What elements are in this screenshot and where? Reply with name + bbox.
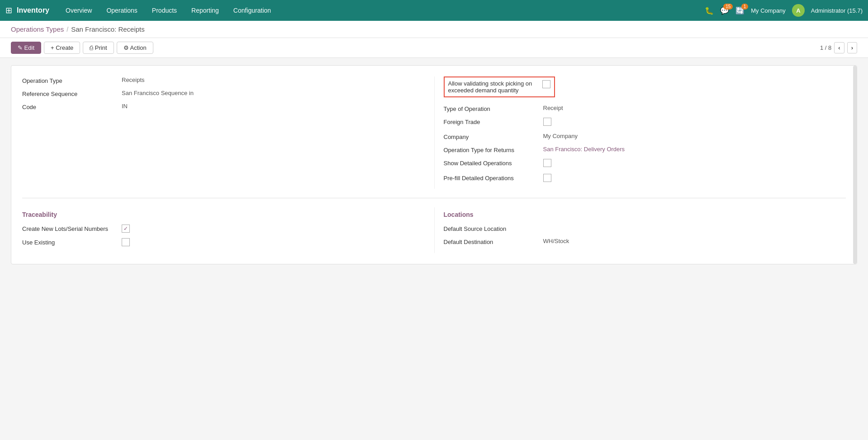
field-use-existing: Use Existing: [22, 238, 416, 248]
field-operation-type-returns: Operation Type for Returns San Francisco…: [444, 146, 846, 153]
section-divider: [22, 198, 846, 198]
print-button[interactable]: ⎙ Print: [83, 42, 114, 54]
avatar[interactable]: A: [792, 4, 805, 17]
field-prefill-ops: Pre-fill Detailed Operations: [444, 174, 846, 183]
menu-products[interactable]: Products: [145, 0, 184, 21]
prev-record-button[interactable]: ‹: [834, 42, 844, 53]
allow-validating-checkbox[interactable]: [542, 80, 550, 88]
field-company: Company My Company: [444, 133, 846, 140]
form-columns: Operation Type Receipts Reference Sequen…: [22, 77, 846, 189]
show-detailed-ops-value: [543, 159, 846, 168]
traceability-column: Traceability Create New Lots/Serial Numb…: [22, 207, 434, 253]
code-label: Code: [22, 103, 122, 110]
foreign-trade-checkbox[interactable]: [543, 118, 551, 126]
locations-column: Locations Default Source Location Defaul…: [434, 207, 846, 253]
foreign-trade-value: [543, 118, 846, 127]
checkmark-icon: ✓: [123, 225, 128, 232]
field-default-destination: Default Destination WH/Stock: [444, 238, 846, 245]
operation-type-value: Receipts: [122, 77, 416, 83]
menu-operations[interactable]: Operations: [99, 0, 144, 21]
updates-icon[interactable]: 🔄 1: [735, 6, 745, 15]
updates-badge: 1: [741, 4, 749, 10]
traceability-header: Traceability: [22, 211, 416, 218]
operation-type-returns-value[interactable]: San Francisco: Delivery Orders: [543, 146, 846, 153]
type-of-operation-value: Receipt: [543, 105, 846, 111]
menu-configuration[interactable]: Configuration: [226, 0, 278, 21]
reference-sequence-value: San Francisco Sequence in: [122, 90, 416, 96]
use-existing-checkbox[interactable]: [122, 238, 130, 246]
field-show-detailed-ops: Show Detailed Operations: [444, 159, 846, 168]
type-of-operation-label: Type of Operation: [444, 105, 543, 112]
pagination-display: 1 / 8: [820, 44, 831, 51]
field-create-lots: Create New Lots/Serial Numbers ✓: [22, 225, 416, 233]
topnav-right: 🐛 💬 15 🔄 1 My Company A Administrator (1…: [705, 4, 863, 17]
code-value: IN: [122, 103, 416, 110]
field-code: Code IN: [22, 103, 416, 110]
bug-icon[interactable]: 🐛: [705, 6, 714, 15]
toolbar-right: 1 / 8 ‹ ›: [820, 42, 857, 53]
top-navigation: ⊞ Inventory Overview Operations Products…: [0, 0, 868, 21]
messages-badge: 15: [723, 4, 733, 10]
prefill-ops-value: [543, 174, 846, 183]
scroll-bar[interactable]: [853, 66, 857, 264]
operation-type-label: Operation Type: [22, 77, 122, 84]
prefill-ops-label: Pre-fill Detailed Operations: [444, 174, 543, 182]
apps-menu-icon[interactable]: ⊞: [5, 5, 12, 15]
menu-overview[interactable]: Overview: [58, 0, 99, 21]
company-selector[interactable]: My Company: [751, 7, 786, 14]
field-type-of-operation: Type of Operation Receipt: [444, 105, 846, 112]
action-button[interactable]: ⚙ Action: [117, 42, 153, 54]
field-reference-sequence: Reference Sequence San Francisco Sequenc…: [22, 90, 416, 97]
locations-header: Locations: [444, 211, 846, 218]
top-menu: Overview Operations Products Reporting C…: [58, 0, 278, 21]
company-label: Company: [444, 133, 543, 140]
create-lots-checkbox[interactable]: ✓: [122, 225, 130, 233]
operation-type-returns-label: Operation Type for Returns: [444, 146, 543, 153]
show-detailed-ops-label: Show Detailed Operations: [444, 159, 543, 167]
breadcrumb: Operations Types / San Francisco: Receip…: [0, 21, 868, 38]
toolbar: ✎ Edit + Create ⎙ Print ⚙ Action 1 / 8 ‹…: [0, 38, 868, 58]
company-value: My Company: [543, 133, 846, 139]
breadcrumb-current: San Francisco: Receipts: [71, 25, 145, 33]
bottom-columns: Traceability Create New Lots/Serial Numb…: [22, 207, 846, 253]
use-existing-value: [122, 238, 416, 248]
right-column: Allow validating stock picking on exceed…: [434, 77, 846, 189]
foreign-trade-label: Foreign Trade: [444, 118, 543, 125]
use-existing-label: Use Existing: [22, 238, 122, 246]
default-source-label: Default Source Location: [444, 225, 543, 232]
allow-validating-highlighted: Allow validating stock picking on exceed…: [444, 77, 555, 97]
edit-button[interactable]: ✎ Edit: [11, 42, 41, 54]
messages-icon[interactable]: 💬 15: [720, 6, 729, 15]
create-lots-label: Create New Lots/Serial Numbers: [22, 225, 122, 232]
create-button[interactable]: + Create: [44, 42, 80, 54]
next-record-button[interactable]: ›: [847, 42, 857, 53]
form-card: Operation Type Receipts Reference Sequen…: [11, 65, 857, 264]
reference-sequence-label: Reference Sequence: [22, 90, 122, 97]
breadcrumb-separator: /: [66, 26, 68, 33]
allow-validating-label: Allow validating stock picking on exceed…: [448, 80, 539, 94]
main-content: Operation Type Receipts Reference Sequen…: [0, 58, 868, 440]
username-display[interactable]: Administrator (15.7): [811, 7, 863, 14]
field-operation-type: Operation Type Receipts: [22, 77, 416, 84]
prefill-ops-checkbox[interactable]: [543, 174, 551, 182]
default-destination-label: Default Destination: [444, 238, 543, 245]
menu-reporting[interactable]: Reporting: [184, 0, 226, 21]
left-column: Operation Type Receipts Reference Sequen…: [22, 77, 434, 189]
field-default-source: Default Source Location: [444, 225, 846, 232]
field-allow-validating: Allow validating stock picking on exceed…: [444, 77, 846, 97]
show-detailed-ops-checkbox[interactable]: [543, 159, 551, 167]
breadcrumb-parent[interactable]: Operations Types: [11, 25, 64, 33]
create-lots-value: ✓: [122, 225, 416, 233]
field-foreign-trade: Foreign Trade: [444, 118, 846, 127]
app-brand: Inventory: [17, 6, 49, 14]
default-destination-value: WH/Stock: [543, 238, 846, 244]
